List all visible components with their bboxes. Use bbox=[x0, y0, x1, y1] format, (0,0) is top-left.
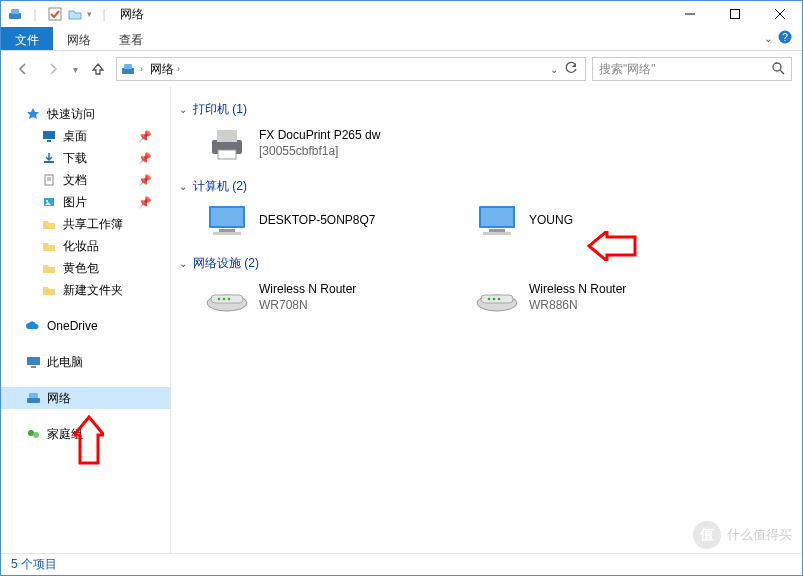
sidebar-item-label: 快速访问 bbox=[47, 106, 95, 123]
svg-rect-15 bbox=[44, 161, 54, 163]
search-placeholder: 搜索"网络" bbox=[599, 61, 656, 78]
sidebar-item-folder[interactable]: 化妆品 bbox=[1, 235, 170, 257]
back-button[interactable] bbox=[11, 57, 35, 81]
svg-rect-44 bbox=[481, 295, 513, 303]
svg-rect-31 bbox=[211, 208, 243, 226]
sidebar-item-downloads[interactable]: 下载 📌 bbox=[1, 147, 170, 169]
sidebar-item-label: 桌面 bbox=[63, 128, 87, 145]
svg-rect-1 bbox=[11, 9, 19, 14]
router-icon bbox=[205, 278, 249, 318]
svg-point-40 bbox=[218, 298, 221, 301]
help-icon[interactable]: ? bbox=[778, 30, 792, 47]
sidebar-item-folder[interactable]: 黄色包 bbox=[1, 257, 170, 279]
group-title: 打印机 (1) bbox=[193, 101, 247, 118]
computer-icon bbox=[475, 201, 519, 241]
qat-dropdown-icon[interactable]: ▾ bbox=[87, 9, 92, 19]
sidebar-item-folder[interactable]: 新建文件夹 bbox=[1, 279, 170, 301]
address-dropdown-icon[interactable]: ⌄ bbox=[550, 64, 558, 75]
sidebar-item-label: 新建文件夹 bbox=[63, 282, 123, 299]
sidebar-item-folder[interactable]: 共享工作簿 bbox=[1, 213, 170, 235]
forward-button[interactable] bbox=[41, 57, 65, 81]
refresh-icon[interactable] bbox=[564, 61, 578, 78]
svg-rect-35 bbox=[481, 208, 513, 226]
folder-icon bbox=[41, 260, 57, 276]
chevron-right-icon[interactable]: › bbox=[140, 64, 143, 74]
svg-rect-28 bbox=[217, 130, 237, 142]
onedrive-icon bbox=[25, 318, 41, 334]
svg-point-41 bbox=[223, 298, 226, 301]
svg-rect-2 bbox=[49, 8, 61, 20]
sidebar-this-pc[interactable]: 此电脑 bbox=[1, 351, 170, 373]
watermark: 值 什么值得买 bbox=[693, 521, 792, 549]
folder-icon bbox=[41, 282, 57, 298]
ribbon-collapse-icon[interactable]: ⌄ bbox=[764, 33, 772, 44]
documents-icon bbox=[41, 172, 57, 188]
sidebar-homegroup[interactable]: 家庭组 bbox=[1, 423, 170, 445]
breadcrumb-segment[interactable]: 网络 › bbox=[147, 60, 183, 79]
ribbon-tabs: 文件 网络 查看 ⌄ ? bbox=[1, 27, 802, 51]
window-title: 网络 bbox=[120, 6, 144, 23]
sidebar-quick-access[interactable]: 快速访问 bbox=[1, 103, 170, 125]
tab-network[interactable]: 网络 bbox=[53, 27, 105, 50]
svg-rect-33 bbox=[213, 232, 241, 235]
downloads-icon bbox=[41, 150, 57, 166]
sidebar-item-documents[interactable]: 文档 📌 bbox=[1, 169, 170, 191]
svg-rect-29 bbox=[218, 150, 236, 159]
sidebar-item-label: 此电脑 bbox=[47, 354, 83, 371]
minimize-button[interactable] bbox=[667, 1, 712, 27]
breadcrumb-label: 网络 bbox=[150, 61, 174, 78]
item-router[interactable]: Wireless N Router WR708N bbox=[205, 278, 455, 318]
svg-rect-4 bbox=[730, 10, 739, 19]
svg-rect-21 bbox=[27, 357, 40, 365]
item-computer[interactable]: YOUNG bbox=[475, 201, 725, 241]
svg-point-45 bbox=[488, 298, 491, 301]
group-header-computers[interactable]: ⌄ 计算机 (2) bbox=[179, 178, 794, 195]
qat-checkbox-icon[interactable] bbox=[47, 6, 63, 22]
group-header-infrastructure[interactable]: ⌄ 网络设施 (2) bbox=[179, 255, 794, 272]
sidebar-onedrive[interactable]: OneDrive bbox=[1, 315, 170, 337]
item-router[interactable]: Wireless N Router WR886N bbox=[475, 278, 725, 318]
close-button[interactable] bbox=[757, 1, 802, 27]
group-header-printers[interactable]: ⌄ 打印机 (1) bbox=[179, 101, 794, 118]
svg-point-20 bbox=[46, 200, 48, 202]
tab-view[interactable]: 查看 bbox=[105, 27, 157, 50]
maximize-button[interactable] bbox=[712, 1, 757, 27]
search-input[interactable]: 搜索"网络" bbox=[592, 57, 792, 81]
address-bar[interactable]: › 网络 › ⌄ bbox=[116, 57, 586, 81]
recent-locations-icon[interactable]: ▾ bbox=[71, 64, 80, 75]
svg-rect-22 bbox=[31, 366, 36, 368]
sidebar-item-label: 黄色包 bbox=[63, 260, 99, 277]
tab-file[interactable]: 文件 bbox=[1, 27, 53, 50]
sidebar-item-label: 家庭组 bbox=[47, 426, 83, 443]
item-printer[interactable]: FX DocuPrint P265 dw [30055cbfbf1a] bbox=[205, 124, 455, 164]
item-sublabel: WR708N bbox=[259, 298, 356, 314]
svg-rect-10 bbox=[124, 64, 132, 69]
up-button[interactable] bbox=[86, 57, 110, 81]
chevron-right-icon[interactable]: › bbox=[177, 64, 180, 74]
sidebar-item-label: OneDrive bbox=[47, 319, 98, 333]
item-computer[interactable]: DESKTOP-5ONP8Q7 bbox=[205, 201, 455, 241]
svg-point-47 bbox=[498, 298, 501, 301]
item-label: Wireless N Router bbox=[259, 282, 356, 298]
item-sublabel: WR886N bbox=[529, 298, 626, 314]
pin-icon: 📌 bbox=[138, 196, 152, 209]
svg-rect-37 bbox=[483, 232, 511, 235]
chevron-down-icon[interactable]: ⌄ bbox=[179, 181, 187, 192]
homegroup-icon bbox=[25, 426, 41, 442]
watermark-text: 什么值得买 bbox=[727, 526, 792, 544]
item-sublabel: [30055cbfbf1a] bbox=[259, 144, 380, 160]
search-icon[interactable] bbox=[771, 61, 785, 78]
navigation-pane: 快速访问 桌面 📌 下载 📌 文档 📌 图片 📌 共享工作簿 化妆品 bbox=[1, 87, 171, 553]
item-label: DESKTOP-5ONP8Q7 bbox=[259, 213, 375, 229]
status-bar: 5 个项目 bbox=[1, 553, 802, 575]
chevron-down-icon[interactable]: ⌄ bbox=[179, 258, 187, 269]
sidebar-item-desktop[interactable]: 桌面 📌 bbox=[1, 125, 170, 147]
svg-line-12 bbox=[780, 70, 784, 74]
group-title: 计算机 (2) bbox=[193, 178, 247, 195]
sidebar-item-pictures[interactable]: 图片 📌 bbox=[1, 191, 170, 213]
sidebar-network[interactable]: 网络 bbox=[1, 387, 170, 409]
pin-icon: 📌 bbox=[138, 130, 152, 143]
chevron-down-icon[interactable]: ⌄ bbox=[179, 104, 187, 115]
qat-folder-icon[interactable] bbox=[67, 6, 83, 22]
this-pc-icon bbox=[25, 354, 41, 370]
